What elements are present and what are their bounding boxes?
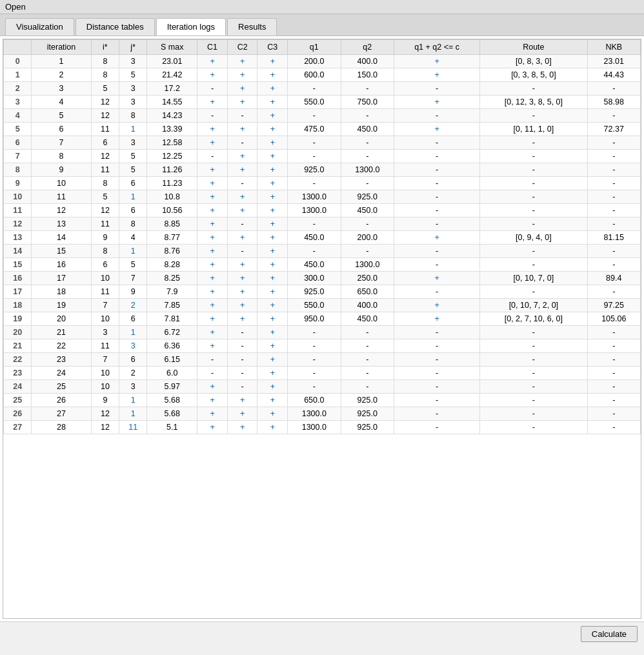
table-row: 23241026.0--+----- [4,367,641,380]
iteration-table-container[interactable]: iteration i* j* S max C1 C2 C3 q1 q2 q1 … [3,39,641,619]
iteration-table: iteration i* j* S max C1 C2 C3 q1 q2 q1 … [3,39,641,434]
table-row: 19201067.81+++950.0450.0+[0, 2, 7, 10, 6… [4,312,641,326]
table-row: 676312.58+-+----- [4,136,641,150]
bottom-bar: Calculate [0,621,644,646]
tab-bar: Visualization Distance tables Iteration … [0,14,644,36]
table-header-row: iteration i* j* S max C1 C2 C3 q1 q2 q1 … [4,40,641,55]
col-header-jstar: j* [119,40,147,55]
col-header-smax: S max [147,40,197,55]
table-row: 8911511.26+++925.01300.0--- [4,163,641,177]
table-row: 3412314.55+++550.0750.0+[0, 12, 3, 8, 5,… [4,96,641,109]
col-header-iteration: iteration [32,40,91,55]
table-row: 12131188.85+-+----- [4,217,641,231]
table-row: 235317.2-++----- [4,82,641,96]
col-header-c1: C1 [197,40,228,55]
tab-visualization[interactable]: Visualization [5,18,74,35]
main-content: iteration i* j* S max C1 C2 C3 q1 q2 q1 … [0,36,644,646]
title-label: Open [0,0,644,14]
table-row: 2526915.68+++650.0925.0--- [4,394,641,407]
table-row: 4512814.23--+----- [4,109,641,123]
col-header-route: Route [480,40,587,55]
table-row: 1415818.76+-+----- [4,245,641,258]
table-row: 9108611.23+-+----- [4,177,641,190]
table-row: 16171078.25+++300.0250.0+[0, 10, 7, 0]89… [4,272,641,285]
table-row: 2021316.72+-+----- [4,326,641,339]
table-row: 128521.42+++600.0150.0+[0, 3, 8, 5, 0]44… [4,68,641,82]
col-header-q2: q2 [341,40,394,55]
table-row: 018323.01+++200.0400.0+[0, 8, 3, 0]23.01 [4,55,641,68]
table-row: 1516658.28+++450.01300.0--- [4,258,641,272]
table-row: 272812115.1+++1300.0925.0--- [4,421,641,434]
col-header-c2: C2 [227,40,257,55]
table-row: 17181197.9+++925.0650.0--- [4,285,641,299]
tab-iteration-logs[interactable]: Iteration logs [156,18,226,35]
table-row: 7812512.25-++----- [4,150,641,163]
table-row: 5611113.39+++475.0450.0+[0, 11, 1, 0]72.… [4,123,641,136]
col-header-cond: q1 + q2 <= c [394,40,479,55]
tab-results[interactable]: Results [227,18,277,35]
table-row: 1819727.85+++550.0400.0+[0, 10, 7, 2, 0]… [4,299,641,312]
col-header-nkb: NKB [587,40,641,55]
table-row: 26271215.68+++1300.0925.0--- [4,407,641,421]
tab-distance-tables[interactable]: Distance tables [75,18,155,35]
table-row: 111212610.56+++1300.0450.0--- [4,204,641,217]
col-header-c3: C3 [257,40,288,55]
table-row: 2223766.15--+----- [4,353,641,367]
table-row: 24251035.97+-+----- [4,380,641,394]
col-header-idx [4,40,32,55]
calculate-button[interactable]: Calculate [581,626,638,642]
title-bar: Open [0,0,644,14]
col-header-istar: i* [91,40,119,55]
table-row: 1314948.77+++450.0200.0+[0, 9, 4, 0]81.1… [4,231,641,245]
col-header-q1: q1 [288,40,341,55]
table-row: 10115110.8+++1300.0925.0--- [4,190,641,204]
table-row: 21221136.36+-+----- [4,339,641,353]
